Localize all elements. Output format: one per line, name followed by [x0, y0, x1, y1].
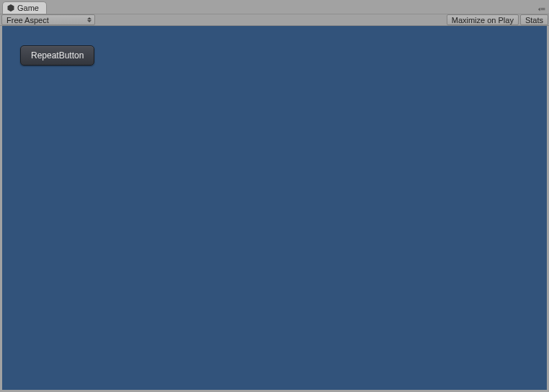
- maximize-label: Maximize on Play: [452, 16, 514, 24]
- aspect-dropdown[interactable]: Free Aspect: [1, 14, 95, 25]
- stats-label: Stats: [525, 16, 543, 24]
- repeat-button-label: RepeatButton: [31, 50, 84, 61]
- tab-game[interactable]: Game: [2, 1, 47, 14]
- repeat-button[interactable]: RepeatButton: [20, 45, 94, 66]
- svg-marker-5: [87, 20, 92, 22]
- svg-rect-3: [541, 9, 545, 10]
- svg-marker-0: [8, 4, 14, 12]
- svg-marker-1: [538, 8, 540, 12]
- game-toolbar: Free Aspect Maximize on Play Stats: [0, 14, 549, 26]
- tab-label: Game: [17, 4, 39, 12]
- toolbar-spacer: [97, 14, 446, 25]
- svg-rect-2: [541, 8, 545, 9]
- svg-marker-4: [87, 17, 92, 19]
- game-view: RepeatButton: [2, 26, 547, 390]
- maximize-on-play-button[interactable]: Maximize on Play: [447, 14, 519, 25]
- tab-bar: Game: [0, 0, 549, 14]
- updown-arrows-icon: [87, 17, 92, 22]
- window-menu-icon[interactable]: [538, 7, 545, 12]
- aspect-dropdown-label: Free Aspect: [6, 16, 49, 24]
- stats-button[interactable]: Stats: [520, 14, 548, 25]
- unity-logo-icon: [7, 4, 14, 12]
